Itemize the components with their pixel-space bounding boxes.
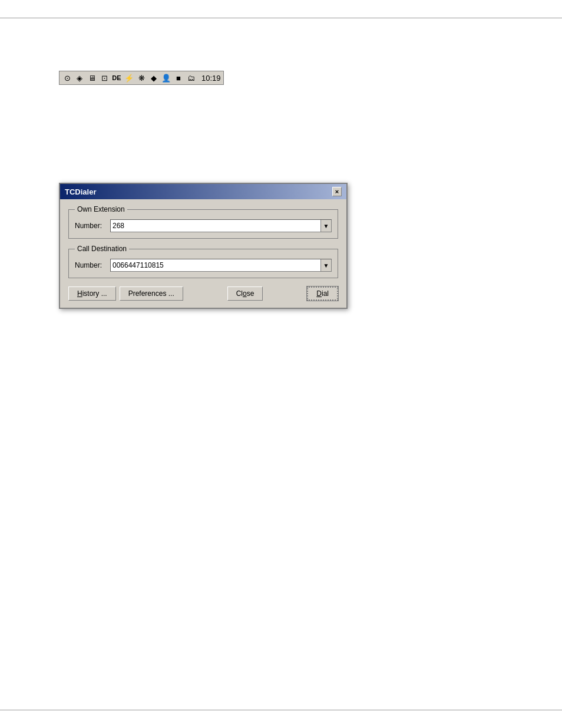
- call-destination-group: Call Destination Number: ▼: [68, 245, 338, 278]
- own-extension-row: Number: ▼: [75, 219, 332, 232]
- call-destination-input[interactable]: [111, 259, 320, 271]
- history-button-label: History ...: [77, 289, 107, 298]
- dialog-body: Own Extension Number: ▼ Call Destination…: [60, 199, 346, 308]
- call-destination-dropdown-button[interactable]: ▼: [320, 259, 331, 271]
- taskbar-icon-2[interactable]: ◈: [74, 73, 85, 83]
- button-row: History ... Preferences ... Close Dial: [68, 284, 338, 301]
- own-extension-input-wrapper: ▼: [110, 219, 332, 232]
- taskbar-icon-7[interactable]: ❋: [136, 73, 147, 83]
- call-destination-legend: Call Destination: [75, 245, 129, 253]
- preferences-button[interactable]: Preferences ...: [120, 286, 183, 301]
- bottom-border: [0, 710, 562, 710]
- own-extension-group: Own Extension Number: ▼: [68, 205, 338, 239]
- taskbar-icon-1[interactable]: ⊙: [62, 73, 72, 83]
- tcdialer-dialog: TCDialer × Own Extension Number: ▼ Call …: [59, 183, 348, 309]
- call-destination-input-wrapper: ▼: [110, 259, 332, 272]
- preferences-button-label: Preferences ...: [128, 289, 174, 298]
- dialog-titlebar: TCDialer ×: [60, 184, 346, 199]
- taskbar-icon-4[interactable]: ⊡: [99, 73, 110, 83]
- top-border: [0, 18, 562, 18]
- taskbar-icon-11[interactable]: 🗂: [186, 73, 196, 83]
- taskbar-icon-8[interactable]: ◆: [148, 73, 159, 83]
- call-destination-label: Number:: [75, 261, 110, 269]
- taskbar-icon-5[interactable]: DE: [111, 73, 122, 83]
- dial-button-label: Dial: [316, 289, 329, 298]
- taskbar-icon-3[interactable]: 🖥: [87, 73, 97, 83]
- own-extension-legend: Own Extension: [75, 205, 127, 213]
- dialog-title: TCDialer: [65, 187, 96, 196]
- own-extension-label: Number:: [75, 222, 110, 230]
- taskbar-time: 10:19: [201, 74, 221, 83]
- dial-button[interactable]: Dial: [307, 286, 338, 301]
- taskbar: ⊙ ◈ 🖥 ⊡ DE ⚡ ❋ ◆ 👤 ■ 🗂 10:19: [59, 71, 224, 85]
- close-button-label: Close: [236, 289, 254, 298]
- close-button[interactable]: Close: [227, 286, 263, 301]
- own-extension-dropdown-button[interactable]: ▼: [320, 220, 331, 232]
- history-button[interactable]: History ...: [68, 286, 116, 301]
- dialog-close-button[interactable]: ×: [332, 187, 342, 196]
- taskbar-icon-6[interactable]: ⚡: [124, 73, 134, 83]
- call-destination-row: Number: ▼: [75, 259, 332, 272]
- taskbar-icon-9[interactable]: 👤: [161, 73, 171, 83]
- own-extension-input[interactable]: [111, 220, 320, 232]
- taskbar-icon-10[interactable]: ■: [173, 73, 184, 83]
